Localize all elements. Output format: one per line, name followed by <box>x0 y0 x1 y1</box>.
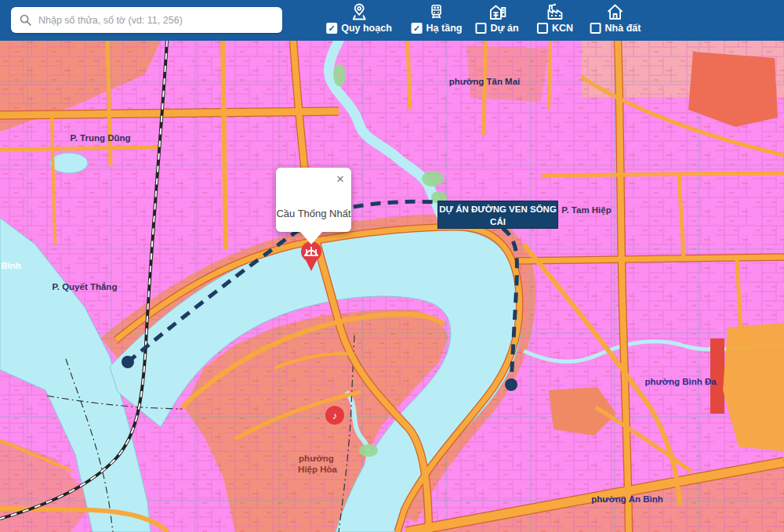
planning-pin-icon <box>350 2 368 21</box>
du-an-label: Dự án <box>490 23 518 34</box>
close-icon[interactable]: × <box>336 172 344 186</box>
map-popup: × Cầu Thống Nhất <box>276 168 351 232</box>
pond <box>50 153 88 173</box>
ward-label-trung-dung: P. Trung Dũng <box>70 133 130 143</box>
ward-label-binh-da: phường Bình Đa <box>644 377 717 386</box>
ha-tang-label: Hạ tầng <box>426 23 463 34</box>
kcn-checkbox[interactable] <box>537 23 548 34</box>
top-toolbar: ✓ Quy hoạch ✓ Hạ tầng <box>0 0 784 41</box>
map-canvas[interactable]: P. Trung Dũng phường Tân Mai P. Tam Hiệp… <box>0 0 784 532</box>
ha-tang-checkbox[interactable]: ✓ <box>412 23 423 34</box>
toolbar-item-kcn[interactable]: KCN <box>537 2 573 34</box>
music-note-icon: ♪ <box>332 410 338 422</box>
search-input[interactable] <box>38 15 274 26</box>
du-an-checkbox[interactable] <box>475 23 486 34</box>
train-icon <box>428 2 445 21</box>
ward-label-quyet-thang: P. Quyết Thắng <box>53 282 118 291</box>
toolbar-item-quy-hoach[interactable]: ✓ Quy hoạch <box>326 2 392 34</box>
quy-hoach-label: Quy hoạch <box>341 23 392 34</box>
ward-label-hiep-hoa: phường Hiệp Hòa <box>298 454 337 475</box>
project-building-icon <box>488 2 506 21</box>
map-planning-app: P. Trung Dũng phường Tân Mai P. Tam Hiệp… <box>0 0 784 532</box>
popup-title: Cầu Thống Nhất <box>276 208 351 219</box>
project-label[interactable]: DỰ ÁN ĐƯỜNG VEN SÔNG CÁI <box>437 201 558 229</box>
nha-dat-label: Nhà đất <box>605 23 641 34</box>
parcel-search[interactable] <box>11 7 282 33</box>
route-endpoint-dot-west[interactable] <box>122 356 134 368</box>
ward-label-tam-hiep: P. Tam Hiệp <box>561 205 612 215</box>
nha-dat-checkbox[interactable] <box>590 23 601 34</box>
ward-label-tan-mai: phường Tân Mai <box>449 77 521 86</box>
factory-icon <box>546 2 564 21</box>
house-icon <box>606 2 625 21</box>
route-endpoint-dot-east[interactable] <box>505 378 517 391</box>
toolbar-item-nha-dat[interactable]: Nhà đất <box>590 2 641 34</box>
ward-label-an-binh: phường An Bình <box>591 494 662 504</box>
ward-label-binh-partial: Bình <box>1 261 21 270</box>
toolbar-item-du-an[interactable]: Dự án <box>475 2 518 34</box>
toolbar-item-ha-tang[interactable]: ✓ Hạ tầng <box>412 2 463 34</box>
kcn-label: KCN <box>552 23 573 34</box>
search-icon <box>19 13 32 27</box>
quy-hoach-checkbox[interactable]: ✓ <box>326 23 337 34</box>
project-label-line1: DỰ ÁN ĐƯỜNG VEN SÔNG <box>438 203 557 215</box>
poi-marker[interactable]: ♪ <box>325 406 344 425</box>
project-label-line2: CÁI <box>438 215 557 228</box>
